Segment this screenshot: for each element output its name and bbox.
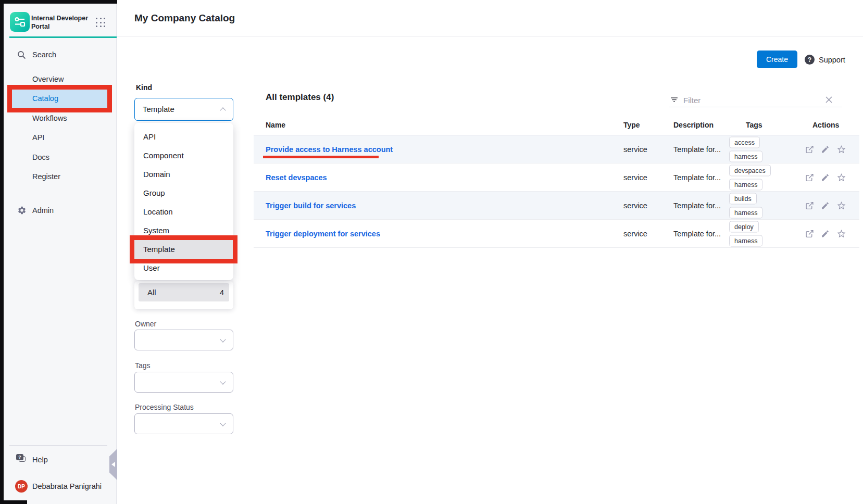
annotation-underline-first-row — [263, 156, 379, 158]
table-filter-input[interactable]: Filter — [683, 96, 701, 105]
sidebar-item-overview[interactable]: Overview — [32, 75, 64, 84]
kind-option-group[interactable]: Group — [134, 184, 233, 203]
kind-summary-card: All 4 — [134, 281, 233, 309]
type-value: service — [623, 145, 647, 154]
tags-filter-label: Tags — [135, 361, 151, 370]
sidebar-item-docs[interactable]: Docs — [32, 153, 49, 162]
sidebar-item-search[interactable]: Search — [32, 51, 56, 59]
processing-status-filter-label: Processing Status — [135, 403, 194, 411]
actions-cell — [805, 200, 846, 210]
sidebar-item-workflows[interactable]: Workflows — [32, 114, 67, 123]
edit-pencil-icon[interactable] — [821, 229, 830, 238]
tags-cell: deploy harness — [729, 221, 762, 246]
window-edge-top — [0, 0, 117, 4]
star-icon[interactable] — [836, 172, 846, 182]
user-name[interactable]: Debabrata Panigrahi — [32, 482, 102, 491]
sidebar-item-catalog[interactable]: Catalog — [12, 90, 107, 107]
close-icon[interactable] — [825, 96, 833, 104]
edit-pencil-icon[interactable] — [821, 173, 830, 182]
kind-summary-label: All — [139, 288, 156, 297]
star-icon[interactable] — [836, 229, 846, 238]
tag-chip: devspaces — [729, 165, 771, 176]
create-button[interactable]: Create — [757, 51, 797, 68]
open-external-icon[interactable] — [805, 229, 814, 238]
kind-filter-label: Kind — [136, 83, 152, 92]
type-value: service — [623, 173, 647, 182]
actions-cell — [805, 172, 846, 182]
open-external-icon[interactable] — [805, 173, 814, 182]
column-header-tags: Tags — [746, 121, 762, 129]
sidebar-item-api[interactable]: API — [32, 133, 44, 142]
star-icon[interactable] — [836, 144, 846, 154]
column-header-type: Type — [623, 121, 640, 129]
open-external-icon[interactable] — [805, 145, 814, 154]
tags-select[interactable] — [134, 372, 233, 393]
window-edge-left — [0, 0, 4, 504]
sidebar-item-help[interactable]: Help — [32, 456, 48, 464]
kind-summary-row-all[interactable]: All 4 — [139, 283, 229, 301]
kind-select[interactable]: Template — [134, 98, 233, 121]
app-switcher-icon[interactable] — [96, 18, 106, 28]
app-window: Internal Developer Portal Search Overvie… — [0, 0, 863, 504]
sidebar-item-register[interactable]: Register — [32, 172, 60, 181]
chevron-down-icon — [220, 420, 226, 426]
window-edge-bottom — [0, 500, 27, 504]
template-link[interactable]: Provide access to Harness account — [266, 145, 393, 154]
sidebar-divider — [9, 445, 107, 446]
kind-option-component[interactable]: Component — [134, 146, 233, 165]
brand-line2: Portal — [31, 23, 49, 30]
description-value: Template for... — [673, 145, 721, 154]
edit-pencil-icon[interactable] — [821, 201, 830, 210]
table-filter-underline — [669, 107, 842, 107]
tag-chip: deploy — [729, 221, 759, 232]
brand-line1: Internal Developer — [31, 15, 88, 22]
chevron-down-icon — [220, 379, 226, 384]
search-icon — [17, 51, 26, 59]
user-avatar[interactable]: DP — [15, 480, 28, 493]
kind-option-domain[interactable]: Domain — [134, 165, 233, 184]
column-header-actions: Actions — [812, 121, 839, 129]
description-value: Template for... — [673, 201, 721, 210]
edit-pencil-icon[interactable] — [821, 145, 830, 154]
template-link[interactable]: Trigger build for services — [266, 201, 356, 210]
app-logo-icon[interactable] — [10, 12, 30, 32]
owner-select[interactable] — [134, 330, 233, 350]
tags-cell: devspaces harness — [729, 165, 771, 190]
table-body: Provide access to Harness account servic… — [254, 135, 859, 248]
template-link[interactable]: Trigger deployment for services — [266, 230, 380, 238]
page-title: My Company Catalog — [134, 12, 235, 24]
filter-list-icon — [670, 95, 679, 104]
brand-divider — [9, 36, 117, 38]
column-header-name: Name — [266, 121, 285, 129]
chevron-left-icon — [111, 462, 115, 467]
page-header: My Company Catalog — [117, 0, 863, 36]
description-value: Template for... — [673, 173, 721, 182]
type-value: service — [623, 230, 647, 238]
tags-cell: builds harness — [729, 193, 762, 218]
tag-chip: access — [729, 136, 760, 148]
tags-cell: access harness — [729, 136, 762, 162]
tag-chip: harness — [729, 179, 762, 190]
pipeline-logo-glyph — [14, 16, 26, 28]
star-icon[interactable] — [836, 200, 846, 210]
template-link[interactable]: Reset devspaces — [266, 173, 327, 182]
question-mark-icon: ? — [805, 55, 815, 65]
table-row: Trigger build for services service Templ… — [254, 192, 859, 220]
table-row: Trigger deployment for services service … — [254, 220, 859, 248]
tag-chip: harness — [729, 207, 762, 218]
kind-option-location[interactable]: Location — [134, 203, 233, 221]
kind-option-api[interactable]: API — [134, 128, 233, 146]
kind-select-value: Template — [135, 98, 233, 120]
processing-status-select[interactable] — [134, 413, 233, 434]
tag-chip: harness — [729, 150, 762, 162]
table-row: Provide access to Harness account servic… — [254, 135, 859, 163]
open-external-icon[interactable] — [805, 201, 814, 210]
actions-cell — [805, 229, 846, 238]
kind-summary-count: 4 — [220, 283, 224, 301]
sidebar: Internal Developer Portal Search Overvie… — [0, 0, 117, 504]
support-label: Support — [819, 56, 845, 64]
tag-chip: builds — [729, 193, 757, 204]
sidebar-item-admin[interactable]: Admin — [32, 206, 54, 215]
table-row: Reset devspaces service Template for... … — [254, 163, 859, 192]
support-link[interactable]: ? Support — [805, 55, 845, 65]
